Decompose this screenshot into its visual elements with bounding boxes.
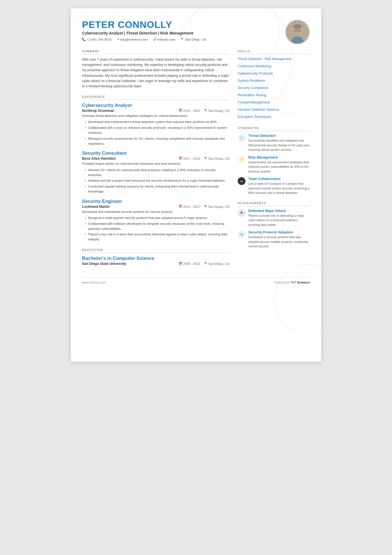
job-1: Cybersecurity Analyst Northrop Grumman 📅… [82, 103, 229, 146]
summary-text: With over 7 years of experience in cyber… [82, 57, 229, 89]
job-3-bullets: Designed a multi-layered security protoc… [82, 216, 229, 242]
strength-3-content: Team Collaboration Led a team of 5 analy… [248, 177, 310, 195]
skill-row-3: Cybersecurity Protocols [238, 71, 310, 77]
education-degree: Bachelor's in Computer Science [82, 256, 229, 261]
skill-item: Penetration Testing [238, 93, 266, 97]
phone-icon: 📞 [82, 38, 86, 41]
calendar-icon: 📅 [178, 157, 182, 161]
skill-row-5: Security Compliance [238, 86, 310, 92]
strength-3-desc: Led a team of 5 analysts in a project th… [248, 181, 310, 195]
education-meta: San Diego State University 📅 2009 - 2013… [82, 262, 229, 266]
skill-item: Security Compliance [238, 86, 268, 90]
job-1-dates: 📅 2019 - 2022 [178, 109, 200, 113]
footer: www.enhancv.com Powered by Enhancv [82, 277, 310, 284]
candidate-name: PETER CONNOLLY [82, 19, 285, 30]
contact-phone: 📞 +1-541-754-3010 [82, 38, 111, 41]
svg-point-10 [291, 282, 292, 283]
header: PETER CONNOLLY Cybersecurity Analyst | T… [82, 19, 310, 45]
strength-1-title: Threat Detection [248, 134, 310, 138]
job-2-meta: Booz Allen Hamilton 📅 2017 - 2019 📍 San … [82, 157, 229, 161]
education-location: 📍 San Diego, CA [204, 262, 229, 266]
list-item: Advised 15+ clients on cybersecurity bes… [85, 168, 229, 178]
summary-section: SUMMARY With over 7 years of experience … [82, 50, 229, 89]
job-3: Security Engineer Lockheed Martin 📅 2015… [82, 199, 229, 242]
contact-email: ✉ help@enhancv.com [116, 38, 148, 41]
skill-item: Threat Detection [238, 57, 262, 61]
job-1-location: 📍 San Diego, CA [204, 109, 229, 113]
skill-item: Encryption Techniques [238, 115, 271, 119]
skills-title: SKILLS [238, 50, 310, 54]
skills-list: Threat Detection Risk Management Continu… [238, 57, 310, 120]
skill-item: Intrusion Detection Systems [238, 108, 279, 112]
job-3-company: Lockheed Martin [82, 205, 110, 209]
pin-icon: 📍 [204, 157, 207, 161]
skill-item: Continuous Monitoring [238, 64, 271, 68]
list-item: Collaborated with software developers to… [85, 221, 229, 231]
education-dates: 📅 2009 - 2013 [178, 262, 200, 266]
pin-icon: 📍 [204, 205, 207, 209]
achievement-1-title: Defended Major Attack [248, 209, 310, 213]
list-item: Developed and implemented a threat detec… [85, 120, 229, 125]
job-3-description: Developed and maintained security system… [82, 209, 229, 214]
avatar-image [286, 19, 309, 45]
resume-page: PETER CONNOLLY Cybersecurity Analyst | T… [71, 8, 321, 362]
skill-item: Firewall Management [238, 100, 270, 104]
job-3-dates: 📅 2015 - 2017 [178, 205, 200, 209]
strength-2-icon: ⚡ [238, 156, 245, 164]
svg-point-9 [301, 29, 303, 31]
strength-3: ●● Team Collaboration Led a team of 5 an… [238, 177, 310, 195]
list-item: Initiated and led a project that enhance… [85, 178, 229, 183]
skill-item: Risk Management [265, 57, 292, 61]
job-3-meta: Lockheed Martin 📅 2015 - 2017 📍 San Dieg… [82, 205, 229, 209]
job-1-dates-location: 📅 2019 - 2022 📍 San Diego, CA [178, 109, 229, 113]
job-2-description: Provided expert advice on cybersecurity … [82, 161, 229, 166]
list-item: Collaborated with a team to enhance secu… [85, 125, 229, 135]
strength-2-title: Risk Management [248, 156, 310, 159]
job-1-company: Northrop Grumman [82, 109, 114, 113]
strength-1: ☆ Threat Detection Successfully identifi… [238, 134, 310, 152]
job-2-company: Booz Allen Hamilton [82, 157, 116, 161]
achievement-2-title: Security Protocol Adoption [248, 230, 310, 234]
location-icon: 📍 [180, 38, 184, 41]
strength-3-icon: ●● [238, 177, 245, 185]
list-item: Managed security assessments for 10+ cli… [85, 136, 229, 146]
candidate-headline: Cybersecurity Analyst | Threat Detection… [82, 31, 285, 35]
skill-item: Cybersecurity Protocols [238, 71, 273, 75]
achievement-2-desc: Developed a security protocol that was a… [248, 235, 310, 249]
skill-row-1: Threat Detection Risk Management [238, 57, 310, 63]
education-dates-location: 📅 2009 - 2013 📍 San Diego, CA [178, 262, 229, 266]
strength-3-title: Team Collaboration [248, 177, 310, 181]
skill-row-9: Encryption Techniques [238, 115, 310, 120]
skill-item: System Resilience [238, 79, 265, 83]
list-item: Designed a multi-layered security protoc… [85, 216, 229, 221]
strengths-title: STRENGTHS [238, 126, 310, 131]
strength-1-icon: ☆ [238, 134, 245, 142]
experience-section: EXPERIENCE Cybersecurity Analyst Northro… [82, 95, 229, 242]
job-3-title: Security Engineer [82, 199, 229, 204]
calendar-icon: 📅 [178, 109, 182, 113]
strength-1-desc: Successfully identified and mitigated ov… [248, 138, 310, 152]
achievement-1-desc: Played a pivotal role in defending a maj… [248, 213, 310, 227]
svg-point-8 [292, 29, 294, 31]
strengths-section: STRENGTHS ☆ Threat Detection Successfull… [238, 126, 310, 195]
achievements-title: ACHIEVEMENTS [238, 201, 310, 206]
linkedin-icon: 🔗 [153, 38, 157, 41]
brand-logo-icon [291, 280, 296, 284]
email-icon: ✉ [116, 38, 119, 41]
summary-title: SUMMARY [82, 50, 229, 54]
job-1-bullets: Developed and implemented a threat detec… [82, 120, 229, 146]
job-2: Security Consultant Booz Allen Hamilton … [82, 151, 229, 194]
job-2-location: 📍 San Diego, CA [204, 157, 229, 161]
achievements-section: ACHIEVEMENTS ⚑ Defended Major Attack Pla… [238, 201, 310, 249]
job-1-meta: Northrop Grumman 📅 2019 - 2022 📍 San Die… [82, 109, 229, 113]
svg-point-7 [295, 32, 300, 34]
job-2-title: Security Consultant [82, 151, 229, 156]
achievement-1-icon: ⚑ [238, 209, 245, 217]
achievement-1: ⚑ Defended Major Attack Played a pivotal… [238, 209, 310, 227]
contact-location: 📍 San Diego, CA [180, 38, 206, 41]
contact-linkedin: 🔗 linkedin.com [153, 38, 175, 41]
pin-icon: 📍 [204, 262, 207, 266]
education-section: EDUCATION Bachelor's in Computer Science… [82, 248, 229, 266]
header-left: PETER CONNOLLY Cybersecurity Analyst | T… [82, 19, 285, 41]
skill-row-7: Firewall Management [238, 100, 310, 106]
